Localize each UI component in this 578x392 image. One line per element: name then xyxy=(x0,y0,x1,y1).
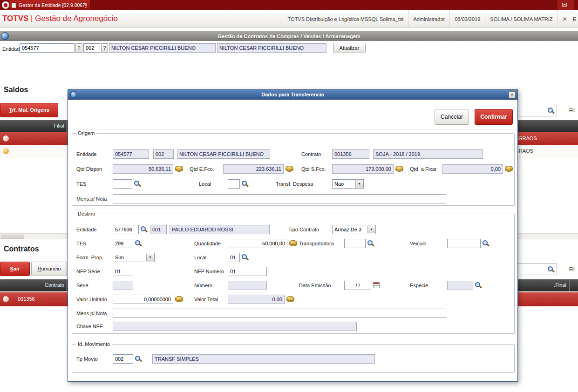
tipo-contrato-label: Tipo Contrato xyxy=(288,227,319,232)
transf-despesa-value: Nao xyxy=(334,180,344,188)
origem-tes-input[interactable] xyxy=(113,179,132,189)
veiculo-label: Veiculo xyxy=(410,241,426,246)
saldos-row-product: GRAOS xyxy=(518,135,537,141)
destino-local-input[interactable]: 01 xyxy=(228,253,240,262)
mail-icon xyxy=(562,1,567,8)
nfp-serie-input[interactable]: 01 xyxy=(113,267,133,276)
saldos-col-filial[interactable]: Filial xyxy=(28,123,64,128)
column-divider xyxy=(66,279,67,291)
serie-field xyxy=(113,281,133,290)
chave-nfe-label: Chave NFE xyxy=(76,324,103,329)
serie-label: Série xyxy=(76,283,88,288)
destino-tes-lookup-icon[interactable] xyxy=(135,240,141,246)
origem-tes-label: TES xyxy=(76,181,86,187)
totvs-logo-icon[interactable] xyxy=(2,1,9,9)
column-divider xyxy=(569,279,570,291)
valor-total-field: 0,00 xyxy=(228,295,285,304)
refresh-button[interactable]: Atualizar xyxy=(333,43,366,53)
window-tab[interactable]: Gestor da Entidade [02.9.0067] × xyxy=(9,0,90,10)
entity-code-input[interactable]: 054577 xyxy=(20,43,75,53)
tab-close-icon[interactable]: × xyxy=(85,2,88,7)
contratos-col-final[interactable]: .Final xyxy=(536,282,566,288)
tp-movto-lookup-icon[interactable] xyxy=(135,356,141,362)
entity-code-lookup-button[interactable]: ? xyxy=(75,43,82,53)
dialog-title: Dados para Transferencia xyxy=(68,90,517,100)
nfp-numero-label: NFP Numero xyxy=(194,269,224,274)
session-close-icon[interactable]: ✕ xyxy=(558,16,572,22)
veiculo-lookup-icon[interactable] xyxy=(483,240,489,246)
dropdown-arrow-icon[interactable] xyxy=(355,180,363,188)
origem-entidade-field: 054577 xyxy=(113,149,149,159)
contratos-filter-suffix: Fil xyxy=(569,266,575,272)
header-session-info: TOTVS Distribuição e Logística MSSQL Sol… xyxy=(283,10,576,28)
especie-label: Espécie xyxy=(410,283,428,288)
nfp-serie-label: NFP Série xyxy=(76,269,100,274)
destino-local-lookup-icon[interactable] xyxy=(242,254,248,260)
scrollbar-thumb[interactable] xyxy=(1,235,24,239)
brand-module: Gestão de Agronegócio xyxy=(35,14,118,23)
origem-tes-lookup-icon[interactable] xyxy=(134,181,140,187)
contratos-heading: Contratos xyxy=(4,245,39,253)
user-label: Administrador xyxy=(408,16,449,22)
entity-name-confirm-field: NILTON CESAR PICCIRILLI BUENO xyxy=(217,43,326,53)
entity-store-lookup-button[interactable]: ? xyxy=(101,43,108,53)
dialog-close-icon[interactable]: × xyxy=(509,91,516,98)
tipo-contrato-select[interactable]: Armaz De 3 xyxy=(332,225,376,234)
contratos-filter-search-icon[interactable] xyxy=(548,266,554,272)
mail-button[interactable] xyxy=(558,0,574,10)
form-prop-value: Sim xyxy=(115,253,124,262)
origem-fieldset: Origem Entidade 054577 002 NILTON CESAR … xyxy=(72,133,515,206)
dropdown-arrow-icon[interactable] xyxy=(367,226,375,233)
contratos-col-contrato[interactable]: Contrato xyxy=(28,282,64,288)
destino-local-label: Local xyxy=(194,255,206,260)
branch-label: SOLIMA / SOLIMA MATRIZ xyxy=(485,16,557,22)
valor-unitario-input[interactable]: 0,00000000 xyxy=(113,295,173,304)
sair-button[interactable]: Sair xyxy=(0,262,30,276)
coins-icon xyxy=(286,296,293,302)
brand-divider: | xyxy=(31,14,33,23)
origem-mens-input[interactable] xyxy=(113,194,446,203)
destino-mens-input[interactable] xyxy=(113,309,446,318)
row-status-icon xyxy=(3,296,9,302)
entity-name-field: NILTON CESAR PICCIRILLI BUENO xyxy=(109,43,216,53)
qtd-sfco-label: Qtd S.Fco. xyxy=(301,166,326,172)
trf-mul-origens-button[interactable]: Trf. Mul. Origens xyxy=(0,103,58,117)
origem-legend: Origem xyxy=(76,130,96,136)
form-prop-label: Form. Prop. xyxy=(76,255,103,260)
qtd-efco-label: Qtd E.Fco. xyxy=(190,166,214,172)
origem-mens-label: Mens.p/ Nota xyxy=(76,196,107,202)
especie-lookup-icon[interactable] xyxy=(475,282,481,288)
entity-store-input[interactable]: 002 xyxy=(83,43,100,53)
destino-tes-input[interactable]: 299 xyxy=(113,239,133,248)
form-prop-select[interactable]: Sim xyxy=(113,253,155,262)
coins-icon xyxy=(175,296,182,302)
confirm-button[interactable]: Confirmar xyxy=(475,109,513,125)
destino-entidade-lookup-icon[interactable] xyxy=(141,226,147,232)
environment-label: TOTVS Distribuição e Logística MSSQL Sol… xyxy=(283,16,408,22)
destino-entidade-input[interactable]: 577606 xyxy=(113,225,139,234)
truncated-label: E xyxy=(572,16,576,22)
calendar-icon[interactable] xyxy=(373,282,380,288)
cancel-button[interactable]: Cancelar xyxy=(435,109,469,125)
origem-contrato-label: Contrato xyxy=(301,151,321,157)
origem-local-lookup-icon[interactable] xyxy=(242,181,248,187)
qtd-dispon-label: Qtd Dispon xyxy=(76,166,102,172)
dropdown-arrow-icon[interactable] xyxy=(146,254,154,261)
veiculo-input[interactable] xyxy=(447,239,481,248)
transportadora-lookup-icon[interactable] xyxy=(367,240,374,246)
saldos-filter-search-icon[interactable] xyxy=(548,108,554,114)
valor-total-label: Valor Total xyxy=(194,297,218,302)
coins-icon xyxy=(395,166,402,172)
dialog-divider xyxy=(72,129,515,129)
quantidade-input[interactable]: 50.000,00 xyxy=(228,239,287,248)
qtd-fixar-field: 0,00 xyxy=(442,164,503,174)
dialog-titlebar[interactable]: Dados para Transferencia xyxy=(68,90,517,100)
nfp-numero-input[interactable]: 01 xyxy=(228,267,267,276)
tp-movto-input[interactable]: 002 xyxy=(113,354,133,364)
origem-local-input[interactable] xyxy=(228,179,240,189)
romaneio-button[interactable]: Romaneio xyxy=(31,262,67,276)
transf-despesa-select[interactable]: Nao xyxy=(332,179,364,189)
data-emissao-input[interactable]: / / xyxy=(344,281,371,290)
transportadora-input[interactable] xyxy=(344,239,366,248)
application-window: Gestor da Entidade [02.9.0067] × TOTVS |… xyxy=(0,0,578,392)
